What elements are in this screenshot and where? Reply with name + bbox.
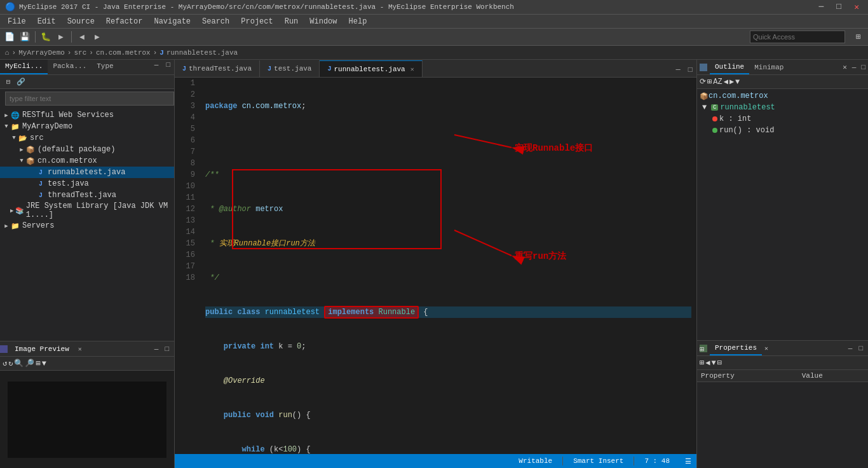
outline-btn-az[interactable]: AZ: [713, 78, 722, 86]
img-preview-close[interactable]: ✕: [74, 344, 86, 354]
tree-item-jre[interactable]: ▶ 📚 JRE System Library [Java JDK VM 1...…: [0, 201, 174, 220]
outline-tab[interactable]: Outline: [710, 60, 749, 74]
breadcrumb-home-icon[interactable]: ⌂: [5, 49, 10, 57]
menu-run[interactable]: Run: [280, 16, 304, 27]
save-button[interactable]: 💾: [18, 30, 32, 44]
props-btn-1[interactable]: ⊞: [700, 358, 704, 368]
editor-tab-threadtest[interactable]: J threadTest.java: [175, 60, 260, 77]
props-minimize[interactable]: —: [846, 343, 855, 354]
img-fit[interactable]: ⊞: [36, 359, 40, 368]
debug-button[interactable]: 🐛: [39, 30, 53, 44]
editor-tab-runnabletest[interactable]: J runnabletest.java ✕: [320, 60, 422, 77]
line-num-5: 5: [177, 123, 195, 135]
img-more[interactable]: ▼: [42, 359, 46, 368]
img-preview-maximize[interactable]: □: [162, 344, 172, 354]
code-editor[interactable]: 1 2 3 4 5 6 7 8 9● 10 11 12 13 14 15 16: [175, 78, 696, 454]
minimize-panel-button[interactable]: —: [151, 60, 163, 74]
img-zoom-out[interactable]: 🔎: [25, 359, 34, 368]
img-rotate-right[interactable]: ↻: [8, 359, 13, 368]
icon-servers: 📁: [10, 221, 20, 231]
maximize-button[interactable]: □: [832, 2, 845, 12]
breadcrumb-j-icon: J: [159, 49, 164, 57]
image-preview-content: [0, 371, 174, 468]
img-preview-minimize[interactable]: —: [152, 344, 161, 354]
outline-item-run[interactable]: run() : void: [697, 125, 868, 136]
menu-navigate[interactable]: Navigate: [149, 16, 196, 27]
menu-file[interactable]: File: [3, 16, 31, 27]
properties-tab[interactable]: Properties: [710, 341, 762, 355]
outline-minimize[interactable]: —: [850, 62, 859, 72]
editor-minimize[interactable]: —: [672, 63, 684, 77]
menu-window[interactable]: Window: [304, 16, 342, 27]
insert-mode-status: Smart Insert: [573, 457, 623, 465]
label-src: src: [30, 134, 44, 142]
breadcrumb-src[interactable]: src: [74, 49, 86, 57]
collapse-all-button[interactable]: ⊟: [3, 76, 14, 88]
tree-item-servers[interactable]: ▶ 📁 Servers: [0, 220, 174, 231]
props-btn-4[interactable]: ⊟: [717, 358, 722, 368]
back-button[interactable]: ◀: [75, 30, 89, 44]
editor-tab-test[interactable]: J test.java: [260, 60, 320, 77]
annotation-text-2: 重写run方法: [515, 251, 567, 261]
outline-btn-4[interactable]: ▶: [729, 77, 734, 86]
menu-source[interactable]: Source: [62, 16, 100, 27]
outline-btn-3[interactable]: ◀: [724, 77, 728, 86]
editor-maximize[interactable]: □: [684, 63, 696, 77]
perspective-button[interactable]: ⊞: [851, 30, 865, 44]
image-preview-toolbar: ↺ ↻ 🔍 🔎 ⊞ ▼: [0, 357, 174, 371]
tree-item-src[interactable]: ▼ 📂 src: [0, 132, 174, 144]
img-zoom-in[interactable]: 🔍: [14, 359, 24, 368]
tree-item-threadtest[interactable]: J threadTest.java: [0, 189, 174, 201]
line-num-3: 3: [177, 100, 195, 112]
new-button[interactable]: 📄: [3, 30, 17, 44]
outline-close[interactable]: ✕: [840, 62, 850, 72]
tree-item-restful[interactable]: ▶ 🌐 RESTful Web Services: [0, 109, 174, 121]
quick-access-input[interactable]: [750, 31, 845, 43]
tree-item-test[interactable]: J test.java: [0, 178, 174, 189]
runnabletest-tab-close[interactable]: ✕: [410, 65, 414, 73]
menu-search[interactable]: Search: [197, 16, 234, 27]
outline-btn-1[interactable]: ⟳: [700, 77, 706, 86]
maximize-panel-button[interactable]: □: [162, 60, 174, 74]
img-rotate-left[interactable]: ↺: [3, 359, 7, 368]
code-line-2: [205, 135, 691, 146]
tab-package-explorer[interactable]: Packa...: [48, 60, 92, 74]
line-num-17: 17: [177, 261, 195, 272]
outline-maximize[interactable]: □: [858, 62, 868, 72]
tree-item-default-pkg[interactable]: ▶ 📦 (default package): [0, 144, 174, 155]
menu-help[interactable]: Help: [344, 16, 372, 27]
right-panel: Outline Minimap ✕ — □ ⟳ ⊞ AZ ◀ ▶ ▼ 📦 cn.…: [696, 60, 868, 468]
threadtest-tab-icon: J: [182, 65, 186, 72]
tree-item-runnabletest[interactable]: J runnabletest.java: [0, 167, 174, 178]
code-content[interactable]: package cn.com.metrox; /** * @author met…: [200, 78, 696, 454]
link-editor-button[interactable]: 🔗: [15, 76, 27, 88]
outline-btn-5[interactable]: ▼: [735, 78, 740, 86]
close-button[interactable]: ✕: [850, 2, 863, 12]
props-btn-2[interactable]: ◀: [705, 358, 710, 368]
props-btn-3[interactable]: ▼: [711, 359, 715, 368]
menu-project[interactable]: Project: [236, 16, 278, 27]
run-button[interactable]: ▶: [54, 30, 68, 44]
props-close[interactable]: ✕: [762, 343, 771, 354]
label-jre: JRE System Library [Java JDK VM 1....]: [26, 202, 174, 219]
breadcrumb-file[interactable]: runnabletest.java: [166, 49, 238, 57]
forward-button[interactable]: ▶: [90, 30, 104, 44]
outline-item-k[interactable]: k : int: [697, 113, 868, 125]
image-preview-tab[interactable]: Image Preview: [10, 343, 74, 355]
menu-edit[interactable]: Edit: [32, 16, 61, 27]
tab-myeclipse[interactable]: MyEcli...: [0, 60, 48, 74]
status-menu-button[interactable]: ☰: [685, 457, 691, 465]
tab-type[interactable]: Type: [92, 60, 118, 74]
breadcrumb-package[interactable]: cn.com.metrox: [96, 49, 151, 57]
filter-input[interactable]: [5, 92, 174, 106]
tree-item-cn-com-metrox[interactable]: ▼ 📦 cn.com.metrox: [0, 155, 174, 167]
minimap-tab[interactable]: Minimap: [749, 61, 789, 74]
breadcrumb-myarraydemo[interactable]: MyArrayDemo: [18, 49, 65, 57]
outline-item-class[interactable]: ▼ C runnabletest: [697, 102, 868, 113]
outline-item-package[interactable]: 📦 cn.com.metrox: [697, 90, 868, 102]
menu-refactor[interactable]: Refactor: [101, 16, 148, 27]
props-maximize[interactable]: □: [856, 343, 865, 354]
tree-item-myarraydemo[interactable]: ▼ 📁 MyArrayDemo: [0, 121, 174, 132]
outline-btn-2[interactable]: ⊞: [707, 77, 712, 86]
minimize-button[interactable]: ─: [815, 2, 828, 12]
